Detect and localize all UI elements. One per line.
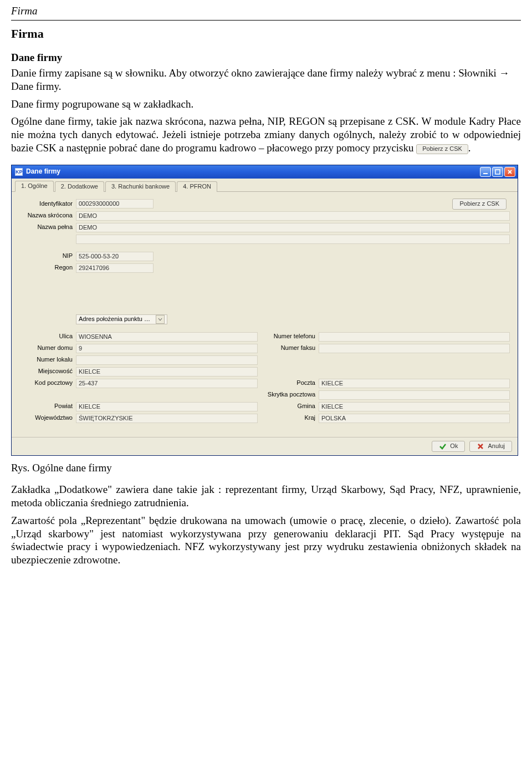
ok-label: Ok: [450, 442, 458, 450]
paragraph-4: Zakładka „Dodatkowe" zawiera dane takie …: [11, 483, 521, 510]
field-kod-pocztowy[interactable]: 25-437: [76, 379, 258, 388]
tab-ogolne[interactable]: 1. Ogólne: [15, 181, 54, 192]
footer-bar: Ok Anuluj: [12, 437, 518, 455]
field-poczta[interactable]: KIELCE: [319, 379, 510, 388]
label-wojewodztwo: Województwo: [19, 414, 76, 422]
field-powiat[interactable]: KIELCE: [76, 402, 258, 411]
pobierz-z-csk-button[interactable]: Pobierz z CSK: [452, 199, 507, 210]
field-wojewodztwo[interactable]: ŚWIĘTOKRZYSKIE: [76, 414, 258, 423]
label-numer-faksu: Numer faksu: [258, 344, 319, 352]
heading-dane-firmy: Dane firmy: [11, 51, 521, 64]
titlebar: KP Dane firmy: [12, 165, 518, 179]
paragraph-intro-2: Dane firmy pogrupowane są w zakładkach.: [11, 98, 521, 111]
label-kod-pocztowy: Kod pocztowy: [19, 379, 76, 387]
field-nazwa-pelna-2[interactable]: [76, 235, 510, 244]
paragraph-intro-3: Ogólne dane firmy, takie jak nazwa skróc…: [11, 115, 521, 154]
tab-pfron[interactable]: 4. PFRON: [177, 181, 217, 192]
field-regon[interactable]: 292417096: [76, 263, 154, 273]
label-gmina: Gmina: [258, 403, 319, 410]
app-icon: KP: [15, 168, 23, 176]
checkmark-icon: [439, 442, 447, 450]
label-regon: Regon: [19, 264, 76, 272]
svg-rect-0: [483, 173, 488, 174]
label-kraj: Kraj: [258, 414, 319, 422]
field-nazwa-skrocona[interactable]: DEMO: [76, 211, 510, 221]
heading-firma: Firma: [11, 26, 521, 42]
company-data-window: KP Dane firmy 1. Ogólne 2. Dodatkowe 3. …: [11, 165, 518, 456]
svg-rect-1: [495, 170, 500, 174]
field-numer-domu[interactable]: 9: [76, 344, 258, 353]
page-header: Firma: [11, 4, 521, 18]
maximize-button[interactable]: [492, 167, 503, 177]
form-area: Identyfikator 000293000000 Pobierz z CSK…: [12, 192, 518, 437]
paragraph-intro-1: Danie firmy zapisane są w słowniku. Aby …: [11, 67, 521, 93]
label-nazwa-pelna: Nazwa pełna: [19, 223, 76, 231]
label-nip: NIP: [19, 252, 76, 260]
tab-rachunki-bankowe[interactable]: 3. Rachunki bankowe: [105, 181, 176, 192]
label-miejscowosc: Miejscowość: [19, 368, 76, 375]
chevron-down-icon: [156, 315, 165, 324]
label-numer-lokalu: Numer lokalu: [19, 356, 76, 364]
minimize-button[interactable]: [480, 167, 491, 177]
close-button[interactable]: [504, 167, 515, 177]
tab-dodatkowe[interactable]: 2. Dodatkowe: [55, 181, 104, 192]
field-identyfikator[interactable]: 000293000000: [76, 199, 154, 208]
label-numer-domu: Numer domu: [19, 344, 76, 352]
window-title: Dane firmy: [26, 167, 60, 176]
address-type-dropdown[interactable]: Adres położenia punktu …: [76, 314, 167, 324]
pobierz-z-csk-inline-button[interactable]: Pobierz z CSK: [416, 144, 468, 154]
window-controls: [480, 167, 515, 177]
label-skrytka: Skrytka pocztowa: [258, 391, 319, 399]
address-type-text: Adres położenia punktu …: [79, 316, 150, 323]
field-numer-faksu[interactable]: [319, 344, 510, 353]
field-nazwa-pelna[interactable]: DEMO: [76, 223, 510, 232]
field-numer-lokalu[interactable]: [76, 355, 258, 365]
label-identyfikator: Identyfikator: [19, 200, 76, 208]
field-numer-telefonu[interactable]: [319, 332, 510, 342]
label-powiat: Powiat: [19, 403, 76, 410]
tabs: 1. Ogólne 2. Dodatkowe 3. Rachunki banko…: [12, 179, 518, 192]
paragraph-5: Zawartość pola „Reprezentant" będzie dru…: [11, 514, 521, 567]
anuluj-button[interactable]: Anuluj: [469, 441, 512, 452]
label-poczta: Poczta: [258, 379, 319, 387]
label-numer-telefonu: Numer telefonu: [258, 333, 319, 340]
field-nip[interactable]: 525-000-53-20: [76, 252, 154, 261]
label-ulica: Ulica: [19, 333, 76, 340]
cancel-icon: [477, 442, 484, 450]
figure-caption: Rys. Ogólne dane firmy: [11, 461, 521, 475]
field-miejscowosc[interactable]: KIELCE: [76, 367, 258, 377]
field-kraj[interactable]: POLSKA: [319, 414, 510, 423]
top-rule: [11, 20, 521, 21]
anuluj-label: Anuluj: [488, 442, 505, 450]
field-skrytka[interactable]: [319, 390, 510, 400]
ok-button[interactable]: Ok: [432, 441, 465, 452]
field-gmina[interactable]: KIELCE: [319, 402, 510, 411]
label-nazwa-skrocona: Nazwa skrócona: [19, 212, 76, 220]
field-ulica[interactable]: WIOSENNA: [76, 332, 258, 342]
